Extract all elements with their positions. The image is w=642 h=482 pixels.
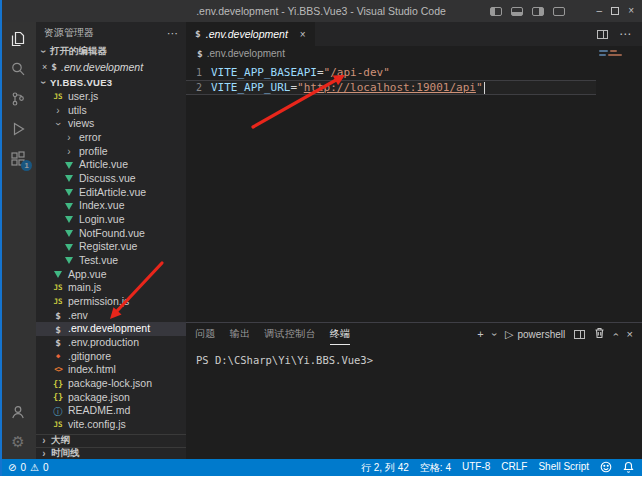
shell-name: powershell [517, 329, 565, 340]
panel-header: 问题输出调试控制台终端 + › ▷ powershell › × [186, 323, 642, 345]
split-editor-icon[interactable] [597, 30, 608, 39]
status-item[interactable]: 行 2, 列 42 [361, 461, 409, 475]
tree-item-Article.vue[interactable]: Article.vue [36, 158, 186, 172]
tree-item-label: utils [68, 104, 87, 118]
tree-item-index.html[interactable]: <>index.html [36, 363, 186, 377]
open-editors-header[interactable]: › 打开的编辑器 [36, 44, 186, 59]
tree-item-error[interactable]: ›error [36, 131, 186, 145]
warning-icon: ⚠ [30, 462, 39, 473]
open-editor-item[interactable]: × $ .env.development [36, 59, 186, 74]
status-item[interactable]: 空格: 4 [420, 461, 451, 475]
tree-item-Test.vue[interactable]: Test.vue [36, 254, 186, 268]
explorer-sidebar: 资源管理器 ⋯ › 打开的编辑器 × $ .env.development › … [36, 22, 186, 459]
explorer-icon[interactable] [0, 24, 36, 54]
tree-item-permission.js[interactable]: JSpermission.js [36, 295, 186, 309]
trash-icon[interactable] [594, 325, 605, 343]
tree-item-profile[interactable]: ›profile [36, 145, 186, 159]
sidebar-section-label: 时间线 [51, 447, 80, 459]
chevron-right-icon: › [40, 435, 48, 446]
terminal-shell-selector[interactable]: ▷ powershell [505, 329, 565, 340]
tree-item-.env[interactable]: $.env [36, 309, 186, 323]
tree-item-views[interactable]: ›views [36, 117, 186, 131]
tree-item-EditArticle.vue[interactable]: EditArticle.vue [36, 186, 186, 200]
minimize-icon[interactable]: – [597, 0, 603, 22]
code-editor[interactable]: 1VITE_APP_BASEAPI="/api-dev"2VITE_APP_UR… [186, 61, 596, 322]
run-debug-icon[interactable] [0, 114, 36, 144]
panel-tab-问题[interactable]: 问题 [195, 323, 216, 345]
env-file-icon: $ [51, 62, 57, 72]
tree-item-Login.vue[interactable]: Login.vue [36, 213, 186, 227]
play-icon: ▷ [505, 329, 513, 340]
line-text: VITE_APP_URL="http://localhost:19001/api… [211, 81, 485, 94]
breadcrumb-label: .env.development [207, 48, 285, 59]
tree-item-.gitignore[interactable]: ◆.gitignore [36, 350, 186, 364]
notifications-bell-icon[interactable] [623, 461, 634, 475]
tree-item-label: views [68, 117, 94, 131]
tree-item-label: vite.config.js [68, 418, 126, 432]
tree-item-Register.vue[interactable]: Register.vue [36, 240, 186, 254]
panel-tab-调试控制台[interactable]: 调试控制台 [264, 323, 316, 345]
tree-item-Discuss.vue[interactable]: Discuss.vue [36, 172, 186, 186]
terminal[interactable]: PS D:\CSharp\Yi\Yi.BBS.Vue3> [186, 345, 642, 368]
panel-tab-输出[interactable]: 输出 [230, 323, 251, 345]
terminal-profile-chevron-icon[interactable]: › [489, 332, 500, 335]
split-terminal-icon[interactable] [574, 330, 585, 339]
tree-item-package.json[interactable]: {}package.json [36, 391, 186, 405]
source-control-icon[interactable] [0, 84, 36, 114]
status-item[interactable]: UTF-8 [462, 461, 490, 475]
sidebar-more-icon[interactable]: ⋯ [167, 27, 178, 40]
tree-item-.env.production[interactable]: $.env.production [36, 336, 186, 350]
line-text: VITE_APP_BASEAPI="/api-dev" [211, 66, 390, 79]
tree-item-main.js[interactable]: JSmain.js [36, 281, 186, 295]
tree-item-label: NotFound.vue [79, 227, 145, 241]
panel-tab-终端[interactable]: 终端 [330, 323, 351, 345]
minimap[interactable] [596, 46, 642, 322]
customize-layout-icon[interactable] [553, 7, 565, 16]
tree-item-utils[interactable]: ›utils [36, 104, 186, 118]
breadcrumb[interactable]: $ .env.development [186, 46, 642, 61]
tree-item-App.vue[interactable]: App.vue [36, 268, 186, 282]
code-line-2: 2VITE_APP_URL="http://localhost:19001/ap… [186, 80, 596, 95]
vue-file-icon [65, 216, 73, 223]
settings-gear-icon[interactable]: ⚙ [0, 427, 36, 457]
tree-item-NotFound.vue[interactable]: NotFound.vue [36, 227, 186, 241]
sidebar-section-时间线[interactable]: ›时间线 [36, 447, 186, 460]
tree-item-user.js[interactable]: JSuser.js [36, 90, 186, 104]
chevron-right-icon: › [54, 104, 62, 118]
panel-tabs: 问题输出调试控制台终端 [195, 323, 350, 345]
tree-item-label: main.js [68, 281, 101, 295]
close-editor-icon[interactable]: × [42, 62, 47, 72]
error-count: 0 [20, 462, 26, 473]
tree-item-package-lock.json[interactable]: {}package-lock.json [36, 377, 186, 391]
tree-item-vite.config.js[interactable]: JSvite.config.js [36, 418, 186, 432]
maximize-icon[interactable] [611, 7, 619, 15]
maximize-panel-icon[interactable]: › [610, 332, 621, 335]
feedback-smiley-icon[interactable] [600, 461, 612, 475]
toggle-secondary-sidebar-icon[interactable] [532, 7, 544, 16]
account-icon[interactable] [0, 397, 36, 427]
extensions-icon[interactable]: 1 [0, 144, 36, 174]
token-variable: VITE_APP_URL [211, 81, 290, 94]
tree-item-Index.vue[interactable]: Index.vue [36, 199, 186, 213]
project-root-header[interactable]: › YI.BBS.VUE3 [36, 74, 186, 90]
close-window-icon[interactable]: × [628, 0, 634, 22]
tree-item-label: EditArticle.vue [79, 186, 146, 200]
close-tab-icon[interactable]: × [300, 29, 306, 40]
env-file-icon: $ [55, 338, 61, 348]
tree-item-README.md[interactable]: ⓘREADME.md [36, 404, 186, 418]
tree-item-.env.development[interactable]: $.env.development [36, 322, 186, 336]
sidebar-section-大纲[interactable]: ›大纲 [36, 434, 186, 447]
status-item[interactable]: CRLF [501, 461, 527, 475]
editor-more-actions-icon[interactable]: ⋯ [619, 27, 631, 41]
new-terminal-icon[interactable]: + [477, 329, 483, 340]
token-variable: VITE_APP_BASEAPI [211, 66, 317, 79]
toggle-sidebar-icon[interactable] [490, 7, 502, 16]
tab-env-development[interactable]: $ .env.development × [186, 22, 315, 46]
minimap-mark [608, 54, 622, 56]
problems-status[interactable]: ⊘ 0 ⚠ 0 [8, 462, 48, 473]
search-icon[interactable] [0, 54, 36, 84]
tree-item-label: Test.vue [79, 254, 118, 268]
status-item[interactable]: Shell Script [538, 461, 589, 475]
close-panel-icon[interactable]: × [627, 329, 633, 340]
toggle-panel-icon[interactable] [511, 7, 523, 16]
